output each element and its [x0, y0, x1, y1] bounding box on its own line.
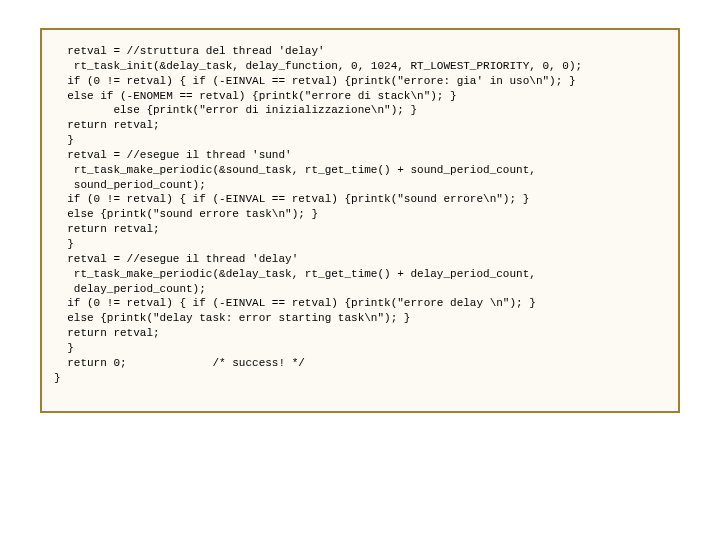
code-box: retval = //struttura del thread 'delay' …: [40, 28, 680, 413]
code-line: }: [54, 372, 61, 384]
code-line: }: [54, 238, 74, 250]
code-line: else if (-ENOMEM == retval) {printk("err…: [54, 90, 457, 102]
code-line: retval = //esegue il thread 'delay': [54, 253, 298, 265]
code-line: rt_task_init(&delay_task, delay_function…: [54, 60, 582, 72]
code-line: rt_task_make_periodic(&sound_task, rt_ge…: [54, 164, 536, 176]
code-line: }: [54, 134, 74, 146]
code-line: else {printk("sound errore task\n"); }: [54, 208, 318, 220]
code-line: retval = //esegue il thread 'sund': [54, 149, 292, 161]
code-line: retval = //struttura del thread 'delay': [54, 45, 325, 57]
code-block-3: retval = //esegue il thread 'delay' rt_t…: [54, 252, 666, 386]
code-line: }: [54, 342, 74, 354]
code-line: delay_period_count);: [54, 283, 206, 295]
code-line: if (0 != retval) { if (-EINVAL == retval…: [54, 75, 576, 87]
code-line: return retval;: [54, 119, 160, 131]
code-line: sound_period_count);: [54, 179, 206, 191]
code-line: return retval;: [54, 223, 160, 235]
code-line: return 0; /* success! */: [54, 357, 305, 369]
code-line: if (0 != retval) { if (-EINVAL == retval…: [54, 297, 536, 309]
code-block-1: retval = //struttura del thread 'delay' …: [54, 44, 666, 148]
code-line: else {printk("error di inizializzazione\…: [54, 104, 417, 116]
code-line: else {printk("delay task: error starting…: [54, 312, 410, 324]
code-line: return retval;: [54, 327, 160, 339]
code-line: if (0 != retval) { if (-EINVAL == retval…: [54, 193, 529, 205]
code-line: rt_task_make_periodic(&delay_task, rt_ge…: [54, 268, 536, 280]
code-block-2: retval = //esegue il thread 'sund' rt_ta…: [54, 148, 666, 252]
